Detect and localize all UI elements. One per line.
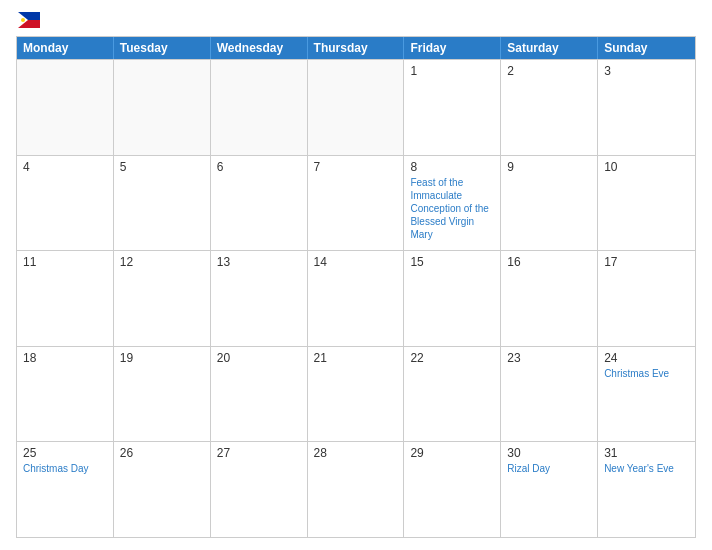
day-number: 20 bbox=[217, 351, 301, 365]
table-row: 25Christmas Day bbox=[17, 442, 114, 537]
day-number: 26 bbox=[120, 446, 204, 460]
table-row bbox=[308, 60, 405, 155]
day-number: 1 bbox=[410, 64, 494, 78]
col-header-sunday: Sunday bbox=[598, 37, 695, 59]
day-number: 5 bbox=[120, 160, 204, 174]
table-row: 21 bbox=[308, 347, 405, 442]
table-row: 5 bbox=[114, 156, 211, 251]
day-number: 10 bbox=[604, 160, 689, 174]
holiday-label: Feast of the Immaculate Conception of th… bbox=[410, 176, 494, 241]
table-row: 9 bbox=[501, 156, 598, 251]
svg-point-3 bbox=[21, 18, 25, 22]
day-number: 25 bbox=[23, 446, 107, 460]
table-row: 24Christmas Eve bbox=[598, 347, 695, 442]
table-row: 6 bbox=[211, 156, 308, 251]
calendar-page: MondayTuesdayWednesdayThursdayFridaySatu… bbox=[0, 0, 712, 550]
day-number: 30 bbox=[507, 446, 591, 460]
day-number: 14 bbox=[314, 255, 398, 269]
table-row: 15 bbox=[404, 251, 501, 346]
flag-icon bbox=[18, 12, 40, 28]
day-number: 27 bbox=[217, 446, 301, 460]
table-row bbox=[17, 60, 114, 155]
day-number: 22 bbox=[410, 351, 494, 365]
col-header-wednesday: Wednesday bbox=[211, 37, 308, 59]
day-number: 8 bbox=[410, 160, 494, 174]
week-row-4: 18192021222324Christmas Eve bbox=[17, 346, 695, 442]
day-number: 6 bbox=[217, 160, 301, 174]
table-row: 10 bbox=[598, 156, 695, 251]
table-row: 22 bbox=[404, 347, 501, 442]
table-row: 27 bbox=[211, 442, 308, 537]
day-number: 16 bbox=[507, 255, 591, 269]
calendar-grid: MondayTuesdayWednesdayThursdayFridaySatu… bbox=[16, 36, 696, 538]
table-row: 8Feast of the Immaculate Conception of t… bbox=[404, 156, 501, 251]
table-row: 28 bbox=[308, 442, 405, 537]
table-row: 13 bbox=[211, 251, 308, 346]
col-header-friday: Friday bbox=[404, 37, 501, 59]
day-number: 24 bbox=[604, 351, 689, 365]
day-number: 13 bbox=[217, 255, 301, 269]
col-header-tuesday: Tuesday bbox=[114, 37, 211, 59]
table-row: 2 bbox=[501, 60, 598, 155]
holiday-label: Christmas Day bbox=[23, 462, 107, 475]
day-number: 17 bbox=[604, 255, 689, 269]
table-row: 20 bbox=[211, 347, 308, 442]
table-row: 17 bbox=[598, 251, 695, 346]
table-row: 3 bbox=[598, 60, 695, 155]
page-header bbox=[16, 12, 696, 28]
table-row: 16 bbox=[501, 251, 598, 346]
day-number: 19 bbox=[120, 351, 204, 365]
calendar-header: MondayTuesdayWednesdayThursdayFridaySatu… bbox=[17, 37, 695, 59]
calendar-body: 12345678Feast of the Immaculate Concepti… bbox=[17, 59, 695, 537]
day-number: 12 bbox=[120, 255, 204, 269]
day-number: 29 bbox=[410, 446, 494, 460]
table-row: 14 bbox=[308, 251, 405, 346]
day-number: 15 bbox=[410, 255, 494, 269]
day-number: 11 bbox=[23, 255, 107, 269]
day-number: 3 bbox=[604, 64, 689, 78]
table-row bbox=[114, 60, 211, 155]
table-row: 23 bbox=[501, 347, 598, 442]
day-number: 2 bbox=[507, 64, 591, 78]
week-row-1: 123 bbox=[17, 59, 695, 155]
table-row: 29 bbox=[404, 442, 501, 537]
table-row: 12 bbox=[114, 251, 211, 346]
table-row: 7 bbox=[308, 156, 405, 251]
holiday-label: Rizal Day bbox=[507, 462, 591, 475]
week-row-3: 11121314151617 bbox=[17, 250, 695, 346]
table-row: 31New Year's Eve bbox=[598, 442, 695, 537]
week-row-2: 45678Feast of the Immaculate Conception … bbox=[17, 155, 695, 251]
table-row: 1 bbox=[404, 60, 501, 155]
day-number: 9 bbox=[507, 160, 591, 174]
holiday-label: New Year's Eve bbox=[604, 462, 689, 475]
holiday-label: Christmas Eve bbox=[604, 367, 689, 380]
day-number: 31 bbox=[604, 446, 689, 460]
table-row: 26 bbox=[114, 442, 211, 537]
week-row-5: 25Christmas Day2627282930Rizal Day31New … bbox=[17, 441, 695, 537]
day-number: 7 bbox=[314, 160, 398, 174]
table-row: 4 bbox=[17, 156, 114, 251]
table-row: 19 bbox=[114, 347, 211, 442]
logo bbox=[16, 12, 40, 28]
col-header-thursday: Thursday bbox=[308, 37, 405, 59]
col-header-monday: Monday bbox=[17, 37, 114, 59]
day-number: 18 bbox=[23, 351, 107, 365]
day-number: 21 bbox=[314, 351, 398, 365]
table-row: 18 bbox=[17, 347, 114, 442]
col-header-saturday: Saturday bbox=[501, 37, 598, 59]
day-number: 4 bbox=[23, 160, 107, 174]
table-row: 30Rizal Day bbox=[501, 442, 598, 537]
table-row: 11 bbox=[17, 251, 114, 346]
day-number: 23 bbox=[507, 351, 591, 365]
day-number: 28 bbox=[314, 446, 398, 460]
table-row bbox=[211, 60, 308, 155]
